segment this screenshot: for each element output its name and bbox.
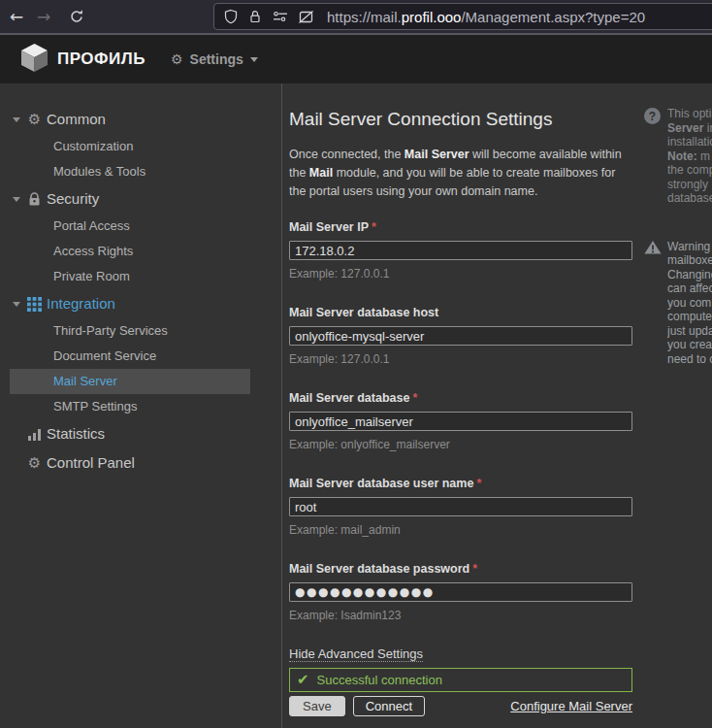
permissions-icon[interactable] [272,10,289,23]
field-label: Mail Server database user name* [289,477,632,491]
sidebar-section-control-panel[interactable]: ⚙ Control Panel [0,448,281,478]
field-label: Mail Server database password* [289,562,632,577]
sidebar-item-private-room[interactable]: Private Room [10,264,250,289]
db-password-input[interactable] [289,582,632,602]
field-example: Example: 127.0.0.1 [289,352,632,366]
field-group-db-host: Mail Server database host Example: 127.0… [289,306,632,366]
chevron-down-icon [250,57,258,62]
sidebar-section-label: Statistics [47,425,105,442]
field-group-db-name: Mail Server database* Example: onlyoffic… [289,391,632,451]
required-asterisk: * [412,391,417,405]
field-example: Example: Isadmin123 [289,609,632,622]
sidebar-section-label: Control Panel [47,454,135,471]
sidebar-item-modules-tools[interactable]: Modules & Tools [10,159,250,184]
logo[interactable]: ПРОФИЛЬ [21,35,146,83]
hide-advanced-settings-link[interactable]: Hide Advanced Settings [289,646,423,662]
url-text: https://mail.profil.ooo/Management.aspx?… [327,9,645,25]
field-group-db-user: Mail Server database user name* Example:… [289,477,632,537]
sidebar-item-mail-server[interactable]: Mail Server [10,369,250,394]
url-path: /Management.aspx?type=20 [461,9,645,25]
warning-panel-text: Warning mailboxe Changing can affec you … [667,240,712,367]
browser-reload-button[interactable] [69,8,84,31]
field-label: Mail Server IP* [289,220,632,235]
intro-text: Once connected, the Mail Server will bec… [289,146,632,201]
configure-mail-server-link[interactable]: Configure Mail Server [510,699,632,713]
sidebar: ⚙ Common Customization Modules & Tools S… [0,83,281,728]
help-icon: ? [644,108,661,124]
field-example: Example: mail_admin [289,523,632,537]
sidebar-item-customization[interactable]: Customization [10,134,250,159]
mail-server-settings-page: Mail Server Connection Settings Once con… [289,83,632,716]
required-asterisk: * [472,562,477,576]
screen: ← → [0,0,712,728]
bar-chart-icon [26,419,43,448]
required-asterisk: * [372,220,376,234]
connect-button[interactable]: Connect [353,696,425,716]
field-label: Mail Server database host [289,306,632,320]
sidebar-item-access-rights[interactable]: Access Rights [10,239,250,264]
lock-icon[interactable] [247,9,263,24]
gear-icon: ⚙ [26,105,43,134]
field-group-mail-server-ip: Mail Server IP* Example: 127.0.0.1 [289,220,632,281]
sidebar-section-label: Integration [47,295,115,312]
caret-down-icon[interactable] [13,197,20,202]
sidebar-item-smtp-settings[interactable]: SMTP Settings [10,394,250,419]
form-actions: Save Connect Configure Mail Server [289,696,632,716]
db-name-input[interactable] [289,412,632,431]
browser-forward-button[interactable]: → [37,5,50,28]
connection-status-banner: ✔ Successful connection [289,668,632,692]
content-blocked-icon[interactable] [298,10,314,24]
sidebar-section-integration[interactable]: Integration [0,289,281,318]
check-icon: ✔ [297,673,309,687]
mail-server-ip-input[interactable] [289,241,632,260]
gear-icon: ⚙ [171,51,183,67]
warning-icon [644,242,662,258]
reload-icon [69,9,84,24]
settings-menu[interactable]: ⚙ Settings [171,35,258,83]
caret-down-icon[interactable] [13,302,20,307]
grid-icon [26,289,43,318]
sidebar-section-common[interactable]: ⚙ Common [0,105,281,134]
field-example: Example: 127.0.0.1 [289,267,632,281]
field-group-db-password: Mail Server database password* Example: … [289,562,632,622]
db-host-input[interactable] [289,326,632,346]
caret-down-icon[interactable] [13,117,20,122]
browser-toolbar: ← → [0,0,712,33]
browser-back-button[interactable]: ← [10,5,23,28]
sidebar-section-label: Security [47,190,99,207]
url-prefix: https://mail. [327,9,402,25]
field-label: Mail Server database* [289,391,632,406]
sidebar-section-security[interactable]: Security [0,184,281,214]
logo-box-icon [21,44,48,76]
sidebar-item-document-service[interactable]: Document Service [10,344,250,369]
required-asterisk: * [476,477,481,490]
help-panel: ? This opti Server in installatio Note: … [644,107,712,206]
logo-text: ПРОФИЛЬ [57,50,146,69]
warning-panel: Warning mailboxe Changing can affec you … [644,240,712,367]
connection-status-text: Successful connection [317,673,442,687]
sidebar-divider [281,83,282,728]
field-example: Example: onlyoffice_mailserver [289,438,632,451]
save-button[interactable]: Save [289,696,345,716]
sidebar-item-third-party-services[interactable]: Third-Party Services [10,318,250,344]
page-title: Mail Server Connection Settings [289,109,632,130]
gear-icon: ⚙ [26,448,43,478]
sidebar-item-portal-access[interactable]: Portal Access [10,214,250,239]
help-sidebar: ? This opti Server in installatio Note: … [644,107,712,366]
url-bar[interactable]: https://mail.profil.ooo/Management.aspx?… [213,3,712,30]
url-domain: profil.ooo [402,9,462,25]
help-panel-text: This opti Server in installatio Note: m … [667,107,712,206]
sidebar-section-statistics[interactable]: Statistics [0,419,281,448]
sidebar-section-label: Common [47,111,106,127]
db-user-input[interactable] [289,497,632,516]
lock-icon [26,184,43,214]
shield-icon[interactable] [223,9,239,24]
settings-menu-label: Settings [190,51,243,67]
app-header: ПРОФИЛЬ ⚙ Settings [0,35,712,83]
